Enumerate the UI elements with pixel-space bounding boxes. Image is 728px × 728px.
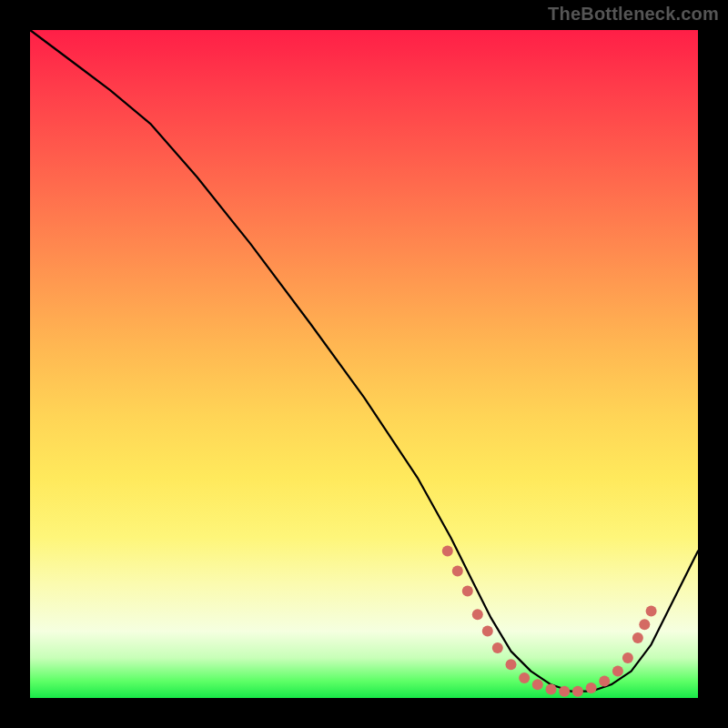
marker-dot [646,606,657,617]
plot-area [30,30,698,698]
marker-dot [472,609,483,620]
marker-dot [442,546,453,557]
marker-dot [639,619,650,630]
curve-svg [30,30,698,698]
marker-dot [612,666,623,677]
marker-dot [482,626,493,637]
marker-dot [492,642,503,653]
marker-dot [519,672,530,683]
marker-dot [462,586,473,597]
marker-dot [599,676,610,687]
marker-dot [506,659,517,670]
chart-frame: TheBottleneck.com [0,0,728,728]
marker-dot [532,679,543,690]
marker-dot [546,684,557,695]
marker-dot [452,566,463,577]
marker-dot [586,682,597,693]
marker-dot [622,652,633,663]
marker-dot [632,632,643,643]
marker-dot [572,686,583,697]
bottleneck-curve [30,30,698,692]
curve-markers [442,546,657,697]
marker-dot [559,686,570,697]
watermark-text: TheBottleneck.com [548,4,719,25]
